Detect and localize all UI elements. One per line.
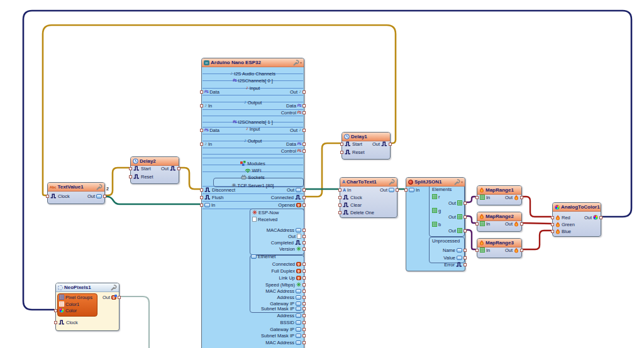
splitjson1-block[interactable]: SplitJSON1▾InElementsrOutgOutbOutUnproce… (406, 177, 465, 271)
maprange1-block-header[interactable]: MapRange1 (477, 186, 521, 195)
analogtocolor1-block-pin-green[interactable] (551, 223, 554, 226)
arduino-nano-esp32-block-pin-gateway-ip[interactable] (303, 328, 306, 331)
chartotext1-block-pin-in[interactable] (338, 188, 341, 192)
wire-maprange1-out-to-analogtocolor1-red[interactable] (522, 197, 551, 217)
maprange1-block-pin-in[interactable] (475, 196, 479, 199)
delay2-block-pin-start[interactable] (129, 167, 132, 170)
chartotext1-block-header[interactable]: ACharToText1 (340, 178, 397, 187)
wire-analogtocolor1-out-to-neopixels1-color[interactable] (23, 11, 631, 310)
arduino-nano-esp32-block-pin-in[interactable] (200, 143, 203, 146)
wrench-icon[interactable] (293, 60, 299, 66)
wire-maprange3-out-to-analogtocolor1-blue[interactable] (522, 231, 551, 249)
delay1-block[interactable]: Delay1StartOutReset (341, 132, 391, 160)
analogtocolor1-block-header[interactable]: AnalogToColor1 (553, 203, 601, 212)
splitjson1-block-pin-value[interactable] (464, 256, 467, 259)
wire-textvalue1-out-to-arduino-in[interactable] (103, 197, 200, 204)
arduino-nano-esp32-block-header[interactable]: ∞Arduino Nano ESP32▾ (202, 58, 304, 67)
analogtocolor1-block[interactable]: AnalogToColor1RedOutGreenBlue (552, 202, 601, 237)
arduino-nano-esp32-block-pin-disconnect[interactable] (200, 188, 203, 192)
neopixels1-block-pin-out[interactable] (118, 296, 121, 299)
textvalue1-block-pin-clock[interactable] (46, 195, 49, 198)
textvalue1-block[interactable]: AbcTextValue1ClockOut (47, 182, 105, 204)
splitjson1-block-pin-name[interactable] (464, 249, 467, 252)
arduino-nano-esp32-block-pin-data[interactable] (200, 129, 203, 132)
delay2-block-pin-reset[interactable] (129, 175, 132, 178)
arduino-nano-esp32-block-pin-in[interactable] (200, 204, 203, 207)
arduino-nano-esp32-block-pin-address[interactable] (303, 314, 306, 317)
arduino-nano-esp32-block-pin-bssid[interactable] (303, 321, 306, 324)
splitjson1-block-header[interactable]: SplitJSON1▾ (406, 178, 465, 187)
splitjson1-block-pin-out[interactable] (464, 202, 467, 205)
arduino-nano-esp32-block-pin-out[interactable] (303, 235, 306, 238)
arduino-nano-esp32-block-pin-completed[interactable] (303, 241, 306, 244)
splitjson1-block-pin-out[interactable] (464, 215, 467, 219)
arduino-nano-esp32-block-pin-flush[interactable] (200, 196, 203, 199)
maprange3-block-header[interactable]: MapRange3 (477, 239, 521, 247)
wire-textvalue1-out-to-delay2-start[interactable] (103, 168, 129, 195)
arduino-nano-esp32-block-pin-subnet-mask-ip[interactable] (303, 307, 306, 310)
wire-delay2-out-to-arduino-disconnect[interactable] (177, 168, 200, 189)
delay1-block-header[interactable]: Delay1 (342, 133, 390, 141)
maprange3-block-pin-out[interactable] (520, 249, 523, 252)
arduino-nano-esp32-block-pin-out[interactable] (303, 129, 306, 132)
wire-maprange2-out-to-analogtocolor1-green[interactable] (522, 223, 551, 224)
wrench-icon[interactable] (96, 184, 103, 190)
arduino-nano-esp32-block-pin-speed-mbps[interactable] (303, 283, 306, 286)
arduino-nano-esp32-block-pin-in[interactable] (200, 104, 203, 107)
neopixels1-block[interactable]: NeoPixels1Pixel GroupsOut0Color1ColorClo… (55, 283, 119, 331)
delay2-block[interactable]: Delay2StartOutReset (130, 156, 179, 184)
arduino-nano-esp32-block-pin-macaddress[interactable] (303, 229, 306, 232)
arduino-nano-esp32-block-pin-address[interactable] (303, 296, 306, 299)
neopixels1-block-header[interactable]: NeoPixels1 (56, 283, 119, 292)
chartotext1-block[interactable]: ACharToText1AInOutClockClearDelete One (340, 177, 397, 218)
analogtocolor1-block-pin-out[interactable] (599, 216, 602, 219)
maprange1-block[interactable]: MapRange1InOut (477, 185, 522, 205)
chartotext1-block-pin-out[interactable] (396, 188, 399, 192)
delay1-block-pin-start[interactable] (340, 143, 343, 146)
arduino-nano-esp32-block-pin-control[interactable] (303, 111, 306, 114)
maprange1-block-pin-out[interactable] (520, 196, 523, 199)
chartotext1-block-pin-clear[interactable] (338, 204, 341, 207)
textvalue1-block-pin-out[interactable] (103, 195, 106, 198)
maprange2-block-pin-in[interactable] (475, 222, 479, 226)
splitjson1-block-pin-out[interactable] (464, 229, 467, 232)
arduino-nano-esp32-block-pin-mac-address[interactable] (303, 290, 306, 293)
arduino-nano-esp32-block-pin-out[interactable] (303, 188, 306, 192)
textvalue1-block-header[interactable]: AbcTextValue1 (48, 183, 104, 192)
arduino-nano-esp32-block-pin-connected[interactable] (303, 263, 306, 266)
arduino-nano-esp32-block[interactable]: ∞Arduino Nano ESP32▾♪I2S Audio ChannelsI… (201, 58, 304, 348)
maprange2-block[interactable]: MapRange2InOut (477, 212, 522, 232)
maprange3-block-pin-in[interactable] (475, 249, 479, 252)
arduino-nano-esp32-block-pin-data[interactable] (200, 90, 203, 94)
chartotext1-block-pin-clock[interactable] (338, 196, 341, 199)
arduino-nano-esp32-block-pin-version[interactable] (303, 247, 306, 251)
chevron-down-icon[interactable]: ▾ (300, 60, 302, 65)
arduino-nano-esp32-block-pin-data[interactable] (303, 143, 306, 146)
arduino-nano-esp32-block-pin-mac-address[interactable] (303, 341, 306, 344)
delay2-block-header[interactable]: Delay2 (131, 157, 179, 166)
arduino-nano-esp32-block-pin-link-up[interactable] (303, 276, 306, 280)
wrench-icon[interactable] (389, 179, 395, 185)
delay2-block-pin-out[interactable] (177, 167, 180, 170)
wrench-icon[interactable] (111, 285, 117, 291)
arduino-nano-esp32-block-pin-connected[interactable] (303, 196, 306, 199)
arduino-nano-esp32-block-pin-data[interactable] (303, 104, 306, 107)
neopixels1-block-pin-clock[interactable] (54, 321, 57, 324)
maprange2-block-header[interactable]: MapRange2 (477, 212, 521, 221)
splitjson1-block-pin-error[interactable] (464, 263, 467, 266)
wire-splitjson1-b-out-to-maprange3-in[interactable] (465, 230, 475, 249)
chevron-down-icon[interactable]: ▾ (461, 180, 463, 184)
maprange3-block[interactable]: MapRange3InOut (477, 238, 522, 258)
wrench-icon[interactable] (454, 179, 460, 185)
delay1-block-pin-reset[interactable] (340, 151, 343, 154)
arduino-nano-esp32-block-pin-out[interactable] (303, 90, 306, 94)
delay1-block-pin-out[interactable] (389, 143, 392, 146)
neopixels1-block-pin-color[interactable] (54, 309, 57, 312)
arduino-nano-esp32-block-pin-opened[interactable] (303, 204, 306, 207)
arduino-nano-esp32-block-pin-subnet-mask-ip[interactable] (303, 334, 306, 337)
maprange2-block-pin-out[interactable] (520, 222, 523, 226)
arduino-nano-esp32-block-pin-full-duplex[interactable] (303, 269, 306, 273)
wire-neopixels1-out-down-offscreen[interactable] (119, 296, 149, 348)
analogtocolor1-block-pin-red[interactable] (551, 216, 554, 219)
arduino-nano-esp32-block-pin-control[interactable] (303, 150, 306, 153)
